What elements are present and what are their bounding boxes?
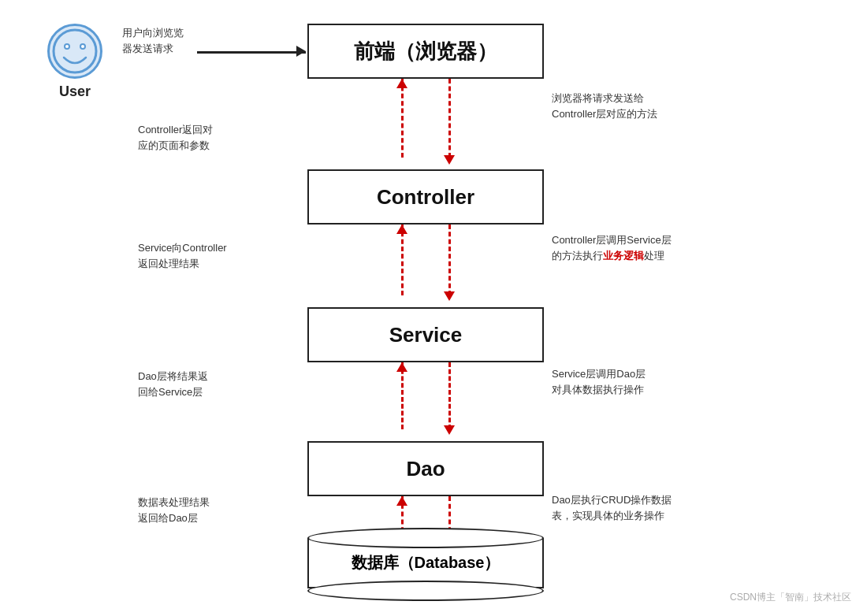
arrowhead-user-frontend (296, 46, 306, 57)
arrow-frontend-to-controller-line (448, 79, 451, 158)
arrowhead-dao-service (396, 362, 407, 372)
annotation-controller-return: Controller返回对应的页面和参数 (138, 122, 213, 153)
arrow-controller-to-frontend-line (401, 79, 404, 158)
annotation-db-return: 数据表处理结果返回给Dao层 (138, 495, 210, 525)
svg-point-4 (81, 45, 84, 48)
arrow-controller-to-service-line (448, 225, 451, 295)
arrowhead-db-dao (396, 496, 407, 506)
user-section: User (47, 24, 102, 100)
dao-box: Dao (307, 441, 544, 496)
service-box: Service (307, 307, 544, 362)
annotation-service-calls-dao: Service层调用Dao层对具体数据执行操作 (552, 366, 646, 397)
arrow-user-to-frontend (197, 51, 306, 54)
db-top-ellipse (307, 528, 544, 548)
arrow-service-to-dao-line (448, 362, 451, 429)
arrowhead-service-controller (396, 225, 407, 234)
db-bottom-ellipse (307, 581, 544, 601)
user-label: User (59, 83, 91, 100)
annotation-dao-return: Dao层将结果返回给Service层 (138, 369, 208, 399)
user-avatar (47, 24, 102, 79)
arrowhead-service-dao (444, 425, 455, 435)
diagram-container: User 用户向浏览览器发送请求 前端（浏览器） 浏览器将请求发送给Contro… (0, 0, 867, 616)
annotation-controller-calls-service: Controller层调用Service层的方法执行业务逻辑处理 (552, 232, 672, 263)
database-label: 数据库（Database） (352, 552, 500, 573)
annotation-browser-to-controller: 浏览器将请求发送给Controller层对应的方法 (552, 91, 657, 121)
service-label: Service (389, 323, 463, 347)
watermark: CSDN博主「智南」技术社区 (730, 591, 851, 604)
arrowhead-frontend-controller (444, 155, 455, 165)
database-container: 数据库（Database） (307, 528, 544, 591)
arrowhead-controller-frontend (396, 79, 407, 88)
annotation-dao-crud: Dao层执行CRUD操作数据表，实现具体的业务操作 (552, 492, 672, 523)
arrow-service-to-controller-line (401, 225, 404, 295)
dao-label: Dao (406, 457, 445, 481)
user-face-icon (51, 28, 99, 75)
arrowhead-controller-service (444, 291, 455, 301)
frontend-label: 前端（浏览器） (354, 38, 497, 65)
annotation-user-request: 用户向浏览览器发送请求 (122, 25, 184, 56)
svg-point-3 (65, 45, 69, 48)
arrow-dao-to-service-line (401, 362, 404, 429)
annotation-service-return: Service向Controller返回处理结果 (138, 240, 227, 271)
controller-box: Controller (307, 169, 544, 225)
frontend-box: 前端（浏览器） (307, 24, 544, 79)
svg-point-0 (54, 30, 96, 72)
controller-label: Controller (377, 185, 474, 210)
